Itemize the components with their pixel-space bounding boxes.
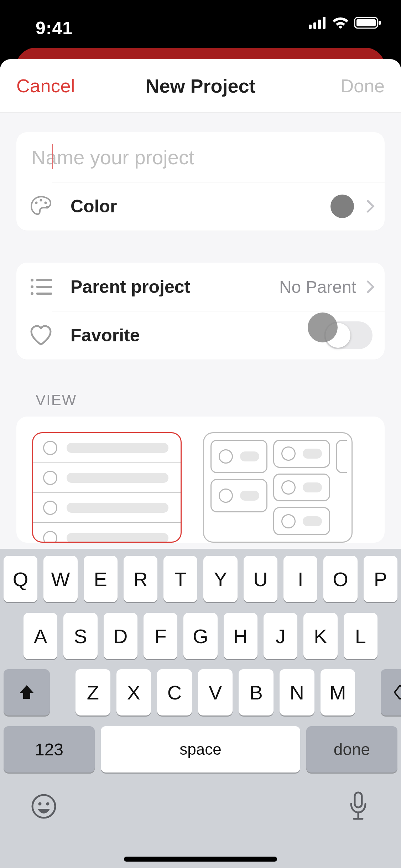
done-button[interactable]: Done — [340, 75, 385, 97]
svg-rect-5 — [356, 19, 376, 26]
toggle-thumb — [326, 323, 350, 348]
svg-point-7 — [35, 202, 38, 204]
card-parent-favorite: Parent project No Parent Favorite — [16, 263, 385, 360]
key-e[interactable]: E — [84, 556, 118, 602]
status-bar: 9:41 — [0, 0, 401, 46]
view-section-header: VIEW — [36, 392, 401, 409]
svg-rect-2 — [318, 20, 321, 29]
key-f[interactable]: F — [144, 613, 177, 659]
svg-point-19 — [46, 802, 50, 806]
key-shift[interactable] — [4, 669, 50, 715]
status-icons — [309, 16, 381, 29]
key-m[interactable]: M — [321, 669, 355, 715]
keyboard-row-2: ASDFGHJKL — [0, 613, 401, 659]
list-icon — [28, 274, 53, 299]
emoji-icon[interactable] — [31, 793, 57, 820]
new-project-sheet: Cancel New Project Done Color — [0, 59, 401, 868]
favorite-toggle[interactable] — [324, 321, 373, 349]
project-name-input[interactable] — [30, 132, 373, 182]
key-v[interactable]: V — [198, 669, 233, 715]
keyboard-row-3: ZXCVBNM — [0, 669, 401, 715]
home-indicator[interactable] — [124, 857, 277, 862]
parent-project-row[interactable]: Parent project No Parent — [16, 263, 385, 311]
parent-project-label: Parent project — [71, 277, 279, 297]
view-options — [16, 417, 385, 543]
key-h[interactable]: H — [224, 613, 257, 659]
svg-point-9 — [45, 202, 47, 204]
view-option-board[interactable] — [203, 432, 353, 543]
status-time: 9:41 — [36, 18, 73, 38]
key-k[interactable]: K — [303, 613, 337, 659]
keyboard: QWERTYUIOP ASDFGHJKL ZXCVBNM 123 space d… — [0, 549, 401, 868]
key-c[interactable]: C — [157, 669, 192, 715]
project-name-row[interactable] — [16, 132, 385, 182]
color-swatch — [330, 195, 354, 218]
svg-point-13 — [31, 285, 33, 288]
key-u[interactable]: U — [244, 556, 277, 602]
key-g[interactable]: G — [183, 613, 217, 659]
key-y[interactable]: Y — [203, 556, 237, 602]
text-cursor — [52, 144, 53, 169]
keyboard-row-1: QWERTYUIOP — [0, 556, 401, 602]
svg-point-15 — [31, 292, 33, 295]
svg-rect-3 — [323, 17, 326, 29]
key-p[interactable]: P — [364, 556, 397, 602]
cellular-icon — [309, 17, 327, 29]
color-label: Color — [71, 196, 330, 217]
svg-rect-14 — [36, 286, 52, 288]
heart-icon — [28, 323, 53, 348]
key-j[interactable]: J — [264, 613, 297, 659]
key-n[interactable]: N — [280, 669, 314, 715]
cancel-button[interactable]: Cancel — [16, 75, 75, 97]
svg-point-17 — [32, 795, 55, 818]
svg-rect-20 — [355, 792, 362, 807]
key-w[interactable]: W — [43, 556, 77, 602]
view-option-list[interactable] — [32, 432, 182, 543]
svg-rect-12 — [36, 279, 52, 281]
key-o[interactable]: O — [323, 556, 357, 602]
battery-icon — [354, 16, 381, 29]
favorite-label: Favorite — [71, 325, 324, 346]
svg-rect-6 — [379, 21, 381, 25]
key-r[interactable]: R — [124, 556, 157, 602]
svg-rect-0 — [309, 25, 312, 29]
chevron-right-icon — [361, 200, 375, 213]
keyboard-bottom-row — [0, 787, 401, 830]
key-z[interactable]: Z — [75, 669, 110, 715]
nav-bar: Cancel New Project Done — [0, 59, 401, 113]
key-l[interactable]: L — [344, 613, 377, 659]
key-i[interactable]: I — [283, 556, 317, 602]
mic-icon[interactable] — [348, 791, 369, 821]
key-space[interactable]: space — [101, 726, 300, 773]
color-row[interactable]: Color — [16, 182, 385, 231]
key-x[interactable]: X — [116, 669, 151, 715]
key-s[interactable]: S — [63, 613, 97, 659]
wifi-icon — [332, 16, 349, 29]
favorite-row: Favorite — [16, 311, 385, 360]
key-numbers[interactable]: 123 — [4, 726, 95, 773]
key-t[interactable]: T — [163, 556, 197, 602]
key-q[interactable]: Q — [4, 556, 37, 602]
svg-point-18 — [38, 802, 42, 806]
page-title: New Project — [145, 75, 255, 97]
svg-rect-16 — [36, 293, 52, 295]
parent-project-value: No Parent — [279, 277, 356, 297]
chevron-right-icon — [361, 280, 375, 294]
key-done[interactable]: done — [306, 726, 397, 773]
svg-point-8 — [40, 199, 42, 202]
svg-point-10 — [46, 206, 48, 209]
key-a[interactable]: A — [24, 613, 57, 659]
card-name-color: Color — [16, 132, 385, 231]
svg-rect-1 — [313, 22, 316, 29]
key-d[interactable]: D — [104, 613, 137, 659]
key-b[interactable]: B — [239, 669, 274, 715]
key-backspace[interactable] — [381, 669, 401, 715]
content-area: Color Parent project No Parent Favorite — [0, 113, 401, 868]
svg-point-11 — [31, 279, 33, 281]
keyboard-row-4: 123 space done — [0, 726, 401, 773]
palette-icon — [28, 194, 53, 219]
